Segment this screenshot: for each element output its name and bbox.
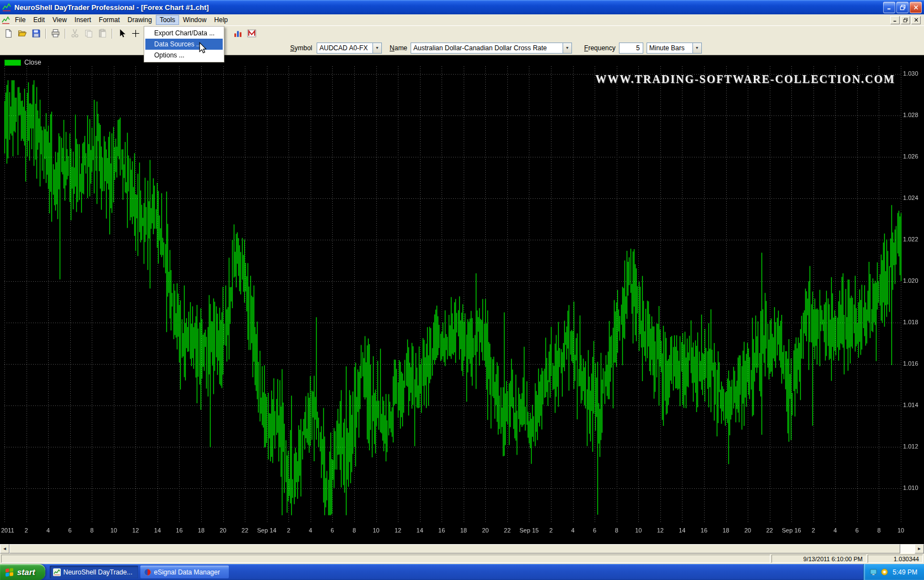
mdi-document-icon[interactable] bbox=[2, 16, 10, 24]
chart-legend: Close bbox=[4, 59, 41, 66]
window-title: NeuroShell DayTrader Professional - [For… bbox=[14, 3, 880, 12]
task-label: eSignal Data Manager bbox=[154, 568, 220, 576]
mdi-minimize-button[interactable] bbox=[890, 16, 900, 24]
open-folder-icon[interactable] bbox=[16, 28, 29, 40]
x-axis-label: 2 bbox=[24, 527, 28, 534]
watermark: WWW.TRADING-SOFTWARE-COLLECTION.COM bbox=[595, 73, 895, 86]
x-axis-label: 22 bbox=[504, 527, 511, 534]
x-axis-label: 18 bbox=[722, 527, 729, 534]
scroll-right-button[interactable]: ► bbox=[915, 544, 924, 553]
mdi-restore-button[interactable] bbox=[901, 16, 910, 24]
tools-dropdown-menu: Export Chart/Data ...Data Sources ...Opt… bbox=[144, 26, 224, 62]
status-bar: 9/13/2011 6:10:00 PM 1.030344 bbox=[0, 553, 924, 564]
frequency-label: Frequency bbox=[584, 44, 616, 52]
menu-item-data-sources[interactable]: Data Sources ... bbox=[145, 39, 223, 50]
x-axis-label: 8 bbox=[877, 527, 880, 534]
restore-button[interactable] bbox=[896, 2, 909, 13]
minimize-button[interactable] bbox=[883, 2, 895, 13]
menu-item-window[interactable]: Window bbox=[179, 15, 211, 25]
paste-icon[interactable] bbox=[96, 28, 109, 40]
taskbar-tasks: NeuroShell DayTrade...eSignal Data Manag… bbox=[50, 566, 864, 578]
menu-item-format[interactable]: Format bbox=[95, 15, 124, 25]
scrollbar-thumb[interactable] bbox=[9, 544, 900, 553]
price-chart-canvas[interactable] bbox=[0, 55, 924, 544]
frequency-input[interactable] bbox=[619, 43, 643, 54]
neuroshell-icon bbox=[53, 568, 61, 576]
x-axis-label: 20 bbox=[744, 527, 751, 534]
mdi-close-button[interactable] bbox=[911, 16, 921, 24]
controls-row: Symbol AUDCAD A0-FX ▼ Name Australian Do… bbox=[0, 41, 924, 55]
y-axis-label: 1.030 bbox=[903, 70, 923, 77]
tray-icon-1[interactable] bbox=[869, 568, 878, 576]
menu-item-view[interactable]: View bbox=[49, 15, 71, 25]
x-axis-label: 6 bbox=[855, 527, 859, 534]
x-axis-label: 2 bbox=[287, 527, 290, 534]
mouse-cursor bbox=[199, 42, 207, 56]
toolbar-separator bbox=[112, 29, 113, 39]
chevron-down-icon[interactable]: ▼ bbox=[563, 43, 571, 53]
taskbar-clock[interactable]: 5:49 PM bbox=[893, 568, 917, 576]
crosshair-icon[interactable] bbox=[129, 28, 142, 40]
x-axis-label: 10 bbox=[635, 527, 642, 534]
taskbar: start NeuroShell DayTrade...eSignal Data… bbox=[0, 564, 924, 580]
copy-icon[interactable] bbox=[82, 28, 95, 40]
x-axis-label: 6 bbox=[330, 527, 334, 534]
menu-item-help[interactable]: Help bbox=[211, 15, 232, 25]
x-axis-label: 4 bbox=[833, 527, 837, 534]
system-tray: 5:49 PM bbox=[863, 564, 924, 580]
close-button[interactable] bbox=[910, 2, 922, 13]
menu-item-file[interactable]: File bbox=[11, 15, 29, 25]
pointer-icon[interactable] bbox=[116, 28, 128, 40]
symbol-dropdown[interactable]: AUDCAD A0-FX ▼ bbox=[317, 43, 382, 54]
x-axis-label: 2 bbox=[549, 527, 553, 534]
cut-icon[interactable] bbox=[69, 28, 81, 40]
x-axis-label: 2011 bbox=[1, 527, 14, 534]
x-axis-label: 14 bbox=[417, 527, 423, 534]
tray-icon-2[interactable] bbox=[880, 568, 889, 576]
print-icon[interactable] bbox=[49, 28, 62, 40]
chevron-down-icon[interactable]: ▼ bbox=[372, 43, 381, 53]
x-axis-label: 18 bbox=[460, 527, 467, 534]
x-axis-label: 12 bbox=[132, 527, 139, 534]
menu-item-insert[interactable]: Insert bbox=[71, 15, 95, 25]
x-axis-label: 12 bbox=[657, 527, 664, 534]
taskbar-task-neuroshell-daytrade[interactable]: NeuroShell DayTrade... bbox=[50, 566, 138, 578]
bar-type-dropdown[interactable]: Minute Bars ▼ bbox=[647, 43, 702, 54]
x-axis-label: 14 bbox=[679, 527, 685, 534]
save-icon[interactable] bbox=[30, 28, 43, 40]
y-axis-label: 1.022 bbox=[903, 236, 923, 242]
task-label: NeuroShell DayTrade... bbox=[64, 568, 133, 576]
x-axis-label: 4 bbox=[309, 527, 312, 534]
x-axis-label: 4 bbox=[46, 527, 50, 534]
x-axis-label: 18 bbox=[198, 527, 204, 534]
y-axis-label: 1.020 bbox=[903, 277, 923, 284]
x-axis-label: 6 bbox=[69, 527, 72, 534]
menu-item-edit[interactable]: Edit bbox=[29, 15, 49, 25]
menu-item-export-chart-data[interactable]: Export Chart/Data ... bbox=[145, 28, 223, 39]
name-label: Name bbox=[390, 44, 407, 52]
y-axis-label: 1.016 bbox=[903, 360, 923, 367]
scroll-left-button[interactable]: ◄ bbox=[0, 544, 9, 553]
x-axis-label: 2 bbox=[812, 527, 815, 534]
chart-area: Close WWW.TRADING-SOFTWARE-COLLECTION.CO… bbox=[0, 55, 924, 544]
symbol-label: Symbol bbox=[290, 44, 312, 52]
start-button[interactable]: start bbox=[0, 564, 45, 580]
name-dropdown[interactable]: Australian Dollar-Canadian Dollar Cross … bbox=[411, 43, 572, 54]
chevron-down-icon[interactable]: ▼ bbox=[692, 43, 701, 53]
x-axis-label: Sep 16 bbox=[782, 527, 801, 534]
bar-type-value: Minute Bars bbox=[647, 43, 692, 53]
x-axis-label: 16 bbox=[438, 527, 445, 534]
export-chart-icon[interactable] bbox=[232, 28, 244, 40]
metastock-icon[interactable] bbox=[245, 28, 258, 40]
menu-item-tools[interactable]: Tools bbox=[156, 15, 179, 25]
x-axis-label: 20 bbox=[482, 527, 489, 534]
menu-item-options[interactable]: Options ... bbox=[145, 50, 223, 61]
start-label: start bbox=[17, 567, 35, 577]
taskbar-task-esignal-data-manager[interactable]: eSignal Data Manager bbox=[140, 566, 229, 578]
x-axis-label: Sep 14 bbox=[257, 527, 276, 534]
new-document-icon[interactable] bbox=[2, 28, 15, 40]
y-axis-label: 1.028 bbox=[903, 112, 923, 118]
scrollbar-track[interactable] bbox=[900, 544, 915, 553]
symbol-value: AUDCAD A0-FX bbox=[317, 43, 372, 53]
menu-item-drawing[interactable]: Drawing bbox=[124, 15, 156, 25]
